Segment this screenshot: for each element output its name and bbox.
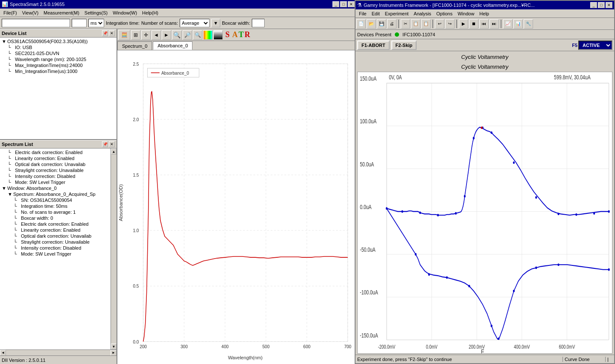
gamry-tool-b1[interactable]: 📈 [503, 19, 513, 29]
gamry-menu-window[interactable]: Window [455, 10, 477, 17]
zoom-in-btn[interactable]: 🔎 [183, 30, 192, 40]
gamry-tool-cut[interactable]: ✂ [401, 19, 410, 29]
gamry-status-right: Curve Done [563, 357, 606, 362]
gamry-tool-print[interactable]: 🖨 [387, 19, 396, 29]
scans-mode-select[interactable]: Average [180, 19, 210, 27]
f2-skip-btn[interactable]: F2-Skip [391, 41, 417, 50]
spectrum-list-tree: ▲ ▼ └ Electric dark correction: Enabled … [0, 149, 117, 349]
device-list-close-btn[interactable]: ✕ [109, 30, 115, 36]
svg-point-82 [455, 212, 457, 215]
expand-icon-btn[interactable]: ⊞ [131, 30, 140, 40]
gamry-tool-new[interactable]: 📄 [356, 19, 366, 29]
dll-version-text: DII Version : 2.5.0.11 [2, 358, 46, 363]
svg-point-81 [464, 195, 466, 198]
gamry-menu-options[interactable]: Options [434, 10, 455, 17]
f5-dropdown[interactable]: ACTIVE INACTIVE [578, 41, 612, 50]
svg-text:-50.0uA: -50.0uA [360, 247, 376, 253]
spectrum-inttime: └ Integration time: 50ms [1, 203, 109, 209]
arrow-left-btn[interactable]: ◄ [152, 30, 161, 40]
spectrum-list-pin-btn[interactable]: 📌 [102, 141, 108, 147]
svg-text:600.0mV: 600.0mV [559, 344, 575, 349]
svg-text:0.0: 0.0 [133, 340, 139, 344]
svg-point-62 [415, 253, 417, 256]
integration-label: Integration time: [106, 20, 140, 26]
svg-point-70 [557, 263, 559, 266]
gamry-tool-copy[interactable]: 📋 [411, 19, 420, 29]
spectra-close-btn[interactable]: ✕ [348, 1, 355, 7]
spectra-title-bar: 📊 SpectraSmart 2.5.0.19655 _ □ ✕ [0, 0, 356, 9]
gamry-tool-a2[interactable]: ⏹ [469, 19, 478, 29]
spectrum-list-title: Spectrum List [2, 142, 33, 147]
gamry-tool-redo[interactable]: ↪ [445, 19, 455, 29]
spectrum-item-intensity1: └ Intensity correction: Disabled [1, 173, 109, 179]
boxcar-value-input[interactable]: 0 [252, 19, 265, 27]
svg-point-87 [481, 127, 483, 129]
spectrum-window[interactable]: ▼ Window: Absorbance_0 [1, 185, 109, 191]
spectra-minimize-btn[interactable]: _ [332, 1, 339, 7]
gamry-menu-experiment[interactable]: Experiment [382, 10, 411, 17]
spectrum-item-linearity: └ Linearity correction: Enabled [1, 155, 109, 161]
gamry-tool-a3[interactable]: ⏮ [479, 19, 489, 29]
svg-text:-200.0mV: -200.0mV [378, 344, 396, 349]
gamry-menu-file[interactable]: File [356, 10, 369, 17]
menu-help[interactable]: Help(H) [140, 9, 161, 16]
cv-main-title: Cyclic Voltammetry [356, 51, 614, 63]
svg-text:100.0uA: 100.0uA [360, 118, 376, 125]
spectrum-scrollbar[interactable]: ▲ ▼ [111, 149, 117, 349]
spectra-maximize-btn[interactable]: □ [340, 1, 347, 7]
svg-text:300: 300 [181, 344, 188, 349]
crosshair-icon-btn[interactable]: ✛ [141, 30, 151, 40]
gamry-tool-open[interactable]: 📂 [367, 19, 376, 29]
gamry-menu-bar: File Edit Experiment Analysis Options Wi… [356, 9, 614, 18]
spectrum-hscroll[interactable]: ◄ ► [0, 349, 117, 355]
magnify-btn[interactable]: 🔍 [172, 30, 182, 40]
gamry-minimize-btn[interactable]: _ [590, 2, 597, 8]
gamry-tool-a4[interactable]: ⏭ [490, 19, 499, 29]
chart-toolbar: 🧮 ⊞ ✛ ◄ ► 🔍 🔎 🔍 S A T R [117, 29, 356, 41]
menu-window[interactable]: Window(W) [110, 9, 140, 16]
gamry-menu-help[interactable]: Help [477, 10, 492, 17]
gamry-tool-undo[interactable]: ↩ [435, 19, 444, 29]
svg-text:-150.0uA: -150.0uA [360, 332, 378, 339]
svg-point-69 [535, 267, 537, 269]
device-tree-root[interactable]: ▼ OS361AC55009054(F002.3.35(A108)) [1, 38, 116, 44]
spectrum-list-close-btn[interactable]: ✕ [109, 141, 115, 147]
menu-settings[interactable]: Settings(S) [82, 9, 110, 16]
gamry-tool-b3[interactable]: 🔧 [524, 19, 533, 29]
scans-info-btn[interactable]: ▼ [211, 19, 220, 27]
integration-value-input[interactable]: 50 [72, 19, 87, 27]
gamry-menu-edit[interactable]: Edit [369, 10, 382, 17]
palette-btn[interactable] [203, 30, 213, 40]
gamry-menu-analysis[interactable]: Analysis [411, 10, 434, 17]
svg-text:400: 400 [222, 344, 229, 349]
calc-icon-btn[interactable]: 🧮 [118, 30, 130, 40]
svg-text:0.0uA: 0.0uA [360, 204, 372, 210]
gamry-tool-a1[interactable]: ▶ [459, 19, 468, 29]
spectrum-acquired[interactable]: ▼ Spectrum: Absorbance_0_Acquired_Sp [1, 191, 109, 197]
spectrum-intensity2: └ Intensity correction: Disabled [1, 245, 109, 251]
spectrum-dark2: └ Electric dark correction: Enabled [1, 221, 109, 227]
tab-spectrum0[interactable]: Spectrum_0 [117, 41, 152, 50]
gamry-status-bar: Experiment done, press "F2-Skip" to cont… [356, 355, 614, 363]
gamry-tool-save[interactable]: 💾 [377, 19, 386, 29]
svg-text:1.0: 1.0 [133, 228, 139, 233]
menu-measurement[interactable]: Measurement(M) [41, 9, 82, 16]
menu-file[interactable]: File(F) [1, 9, 20, 16]
menu-view[interactable]: View(V) [20, 9, 41, 16]
gamry-tool-paste[interactable]: 📋 [421, 19, 431, 29]
zoom-out-btn[interactable]: 🔍 [193, 30, 202, 40]
active-measurement-input[interactable]: Absorbance_0_Acquired_Spectrum [2, 19, 70, 27]
spectrum-item-stray1: └ Straylight correction: Unavailable [1, 167, 109, 173]
f1-abort-btn[interactable]: F1-ABORT [357, 41, 390, 50]
tab-absorbance0[interactable]: Absorbance_0 [153, 41, 192, 50]
satr-a: A [232, 30, 238, 39]
gamry-close-btn[interactable]: ✕ [606, 2, 612, 8]
device-name-text: IFC1000-11074 [402, 32, 435, 37]
integration-unit-select[interactable]: ms [88, 19, 104, 27]
gamry-maximize-btn[interactable]: □ [598, 2, 605, 8]
gamry-tool-b2[interactable]: 📊 [513, 19, 523, 29]
gradient-btn[interactable] [213, 30, 223, 40]
arrow-right-btn[interactable]: ► [162, 30, 171, 40]
device-list-pin-btn[interactable]: 📌 [102, 30, 108, 36]
f5-label: F5 [572, 43, 577, 48]
